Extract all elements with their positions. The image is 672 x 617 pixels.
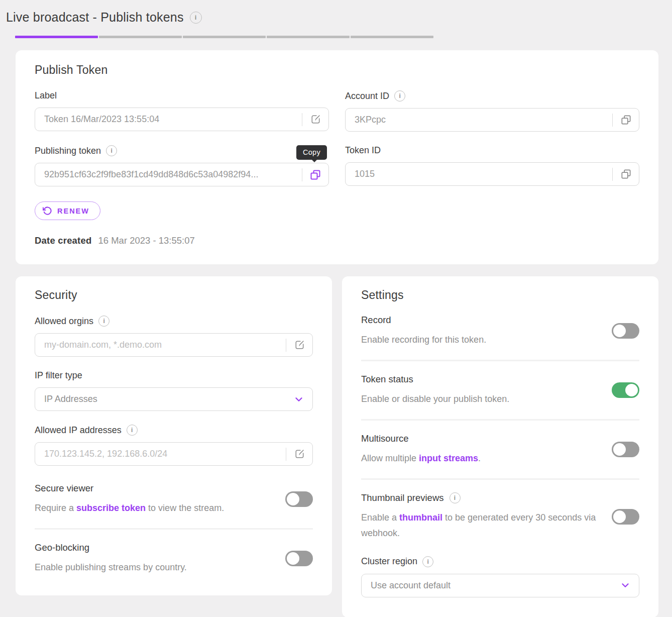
geo-blocking-toggle[interactable]: [285, 551, 313, 566]
allowed-ips-label: Allowed IP addresses: [35, 425, 122, 436]
secure-viewer-toggle[interactable]: [285, 491, 313, 507]
allowed-ips-field-group: Allowed IP addresses i: [35, 425, 313, 466]
thumbnail-previews-description: Enable a thumbnail to be generated every…: [361, 510, 600, 541]
allowed-ips-info-icon[interactable]: i: [127, 425, 138, 436]
progress-segment: [351, 36, 433, 38]
token-id-field: [345, 162, 639, 186]
token-id-label: Token ID: [345, 145, 381, 156]
divider: [361, 419, 639, 421]
ip-filter-type-label: IP filter type: [35, 370, 82, 381]
publish-token-card: Publish Token Label: [16, 50, 658, 264]
account-id-info-icon[interactable]: i: [394, 90, 405, 101]
publishing-token-label: Publishing token: [35, 146, 101, 156]
subscribe-token-link[interactable]: subscribe token: [76, 503, 146, 513]
label-field: [35, 108, 329, 131]
publishing-token-info-icon[interactable]: i: [106, 145, 117, 156]
record-row: Record Enable recording for this token.: [361, 315, 639, 348]
multisource-label: Multisource: [361, 433, 409, 444]
label-edit-button[interactable]: [302, 108, 328, 131]
record-label: Record: [361, 315, 391, 326]
desc-text: Allow multiple: [361, 453, 419, 463]
cluster-region-group: Cluster region i Use account default: [361, 556, 639, 597]
divider: [361, 360, 639, 361]
desc-text: to view the stream.: [146, 503, 224, 513]
thumbnail-previews-row: Thumbnail previews i Enable a thumbnail …: [361, 492, 639, 541]
ip-filter-type-value: IP Addresses: [44, 394, 97, 404]
geo-blocking-label: Geo-blocking: [35, 542, 89, 553]
toggle-knob: [613, 443, 626, 456]
desc-text: Enable a: [361, 512, 399, 523]
security-heading: Security: [35, 288, 313, 302]
toggle-knob: [287, 493, 299, 505]
chevron-down-icon: [293, 394, 304, 405]
renew-button[interactable]: RENEW: [35, 201, 100, 220]
account-id-input[interactable]: [346, 115, 612, 125]
desc-text: .: [478, 453, 481, 463]
thumbnail-previews-toggle[interactable]: [612, 509, 639, 525]
copy-icon: [620, 114, 632, 126]
allowed-origins-label: Allowed orgins: [35, 316, 93, 327]
copy-icon: [620, 168, 632, 180]
token-status-label: Token status: [361, 374, 413, 385]
allowed-ips-edit-button[interactable]: [286, 443, 312, 465]
ip-filter-type-select[interactable]: IP Addresses: [35, 387, 313, 411]
allowed-ips-field: [35, 442, 313, 466]
allowed-origins-field: [35, 333, 313, 357]
token-id-input[interactable]: [346, 169, 612, 179]
token-status-description: Enable or disable your publish token.: [361, 391, 600, 407]
allowed-origins-input[interactable]: [35, 340, 286, 350]
allowed-origins-field-group: Allowed orgins i: [35, 316, 313, 357]
publishing-token-field: Copy: [35, 163, 329, 186]
record-toggle[interactable]: [612, 323, 639, 339]
date-created-row: Date created 16 Mar 2023 - 13:55:07: [35, 235, 639, 246]
token-id-copy-button[interactable]: [613, 163, 639, 185]
account-id-field-group: Account ID i: [345, 90, 639, 132]
ip-filter-type-group: IP filter type IP Addresses: [35, 370, 313, 411]
toggle-knob: [613, 325, 626, 337]
progress-segment: [99, 36, 182, 38]
progress-segment: [267, 36, 350, 38]
publishing-token-copy-button[interactable]: [302, 163, 328, 186]
thumbnail-link[interactable]: thumbnail: [399, 512, 442, 523]
date-created-label: Date created: [35, 235, 91, 246]
allowed-origins-edit-button[interactable]: [286, 334, 312, 356]
copy-tooltip: Copy: [296, 145, 327, 160]
toggle-knob: [625, 384, 638, 396]
multisource-toggle[interactable]: [612, 442, 639, 457]
thumbnail-previews-info-icon[interactable]: i: [450, 492, 461, 503]
label-input[interactable]: [35, 114, 302, 125]
secure-viewer-row: Secure viewer Require a subscribe token …: [35, 483, 313, 516]
multisource-row: Multisource Allow multiple input streams…: [361, 433, 639, 466]
toggle-knob: [613, 510, 626, 523]
token-status-toggle[interactable]: [612, 382, 639, 398]
account-id-copy-button[interactable]: [613, 109, 639, 131]
account-id-label: Account ID: [345, 91, 389, 101]
record-description: Enable recording for this token.: [361, 332, 600, 348]
progress-bar: [15, 36, 433, 38]
label-field-label: Label: [35, 90, 57, 101]
cluster-region-value: Use account default: [371, 580, 451, 591]
chevron-down-icon: [620, 580, 631, 591]
publishing-token-input[interactable]: [35, 169, 302, 180]
toggle-knob: [287, 552, 299, 565]
input-streams-link[interactable]: input streams: [419, 453, 478, 463]
page-title: Live broadcast - Publish tokens: [6, 10, 184, 25]
publishing-token-field-group: Publishing token i Copy: [35, 145, 329, 186]
settings-card: Settings Record Enable recording for thi…: [342, 276, 658, 617]
token-id-field-group: Token ID: [345, 145, 639, 186]
cluster-region-select[interactable]: Use account default: [361, 574, 639, 597]
account-id-field: [345, 108, 639, 132]
label-field-group: Label: [35, 90, 329, 132]
allowed-ips-input[interactable]: [35, 449, 286, 459]
edit-icon: [310, 114, 321, 125]
allowed-origins-info-icon[interactable]: i: [98, 316, 109, 327]
thumbnail-previews-label: Thumbnail previews: [361, 492, 444, 503]
page-title-info-icon[interactable]: i: [190, 12, 202, 24]
copy-icon: [309, 169, 321, 181]
cluster-region-label: Cluster region: [361, 556, 417, 567]
cluster-region-info-icon[interactable]: i: [422, 556, 433, 567]
divider: [35, 528, 313, 530]
settings-heading: Settings: [361, 288, 639, 302]
publish-token-heading: Publish Token: [35, 63, 639, 77]
geo-blocking-row: Geo-blocking Enable publishing streams b…: [35, 542, 313, 575]
